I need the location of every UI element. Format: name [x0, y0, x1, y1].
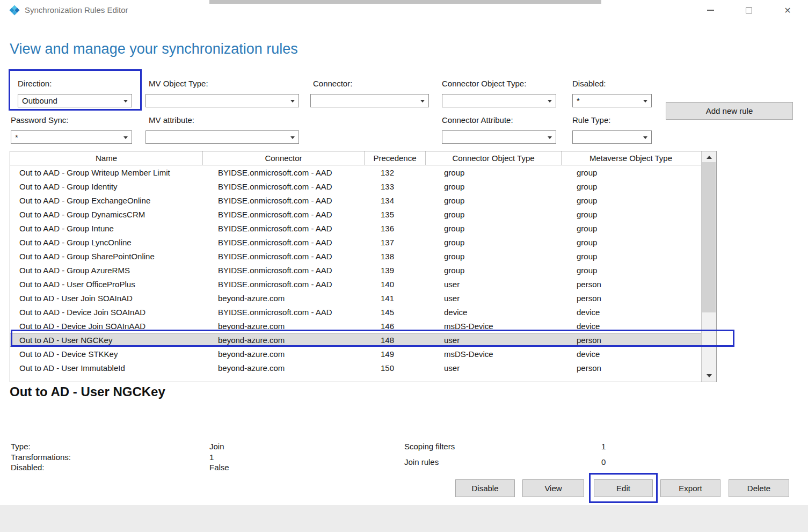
cell-metaverse-object-type: group	[562, 224, 700, 233]
add-new-rule-button[interactable]: Add new rule	[666, 102, 793, 120]
cell-precedence: 146	[365, 322, 426, 331]
password-sync-label: Password Sync:	[11, 115, 69, 125]
table-row[interactable]: Out to AAD - User OfficeProPlus BYIDSE.o…	[10, 277, 716, 291]
mv-attribute-label: MV attribute:	[149, 115, 194, 125]
scrollbar-thumb[interactable]	[702, 162, 716, 312]
cell-name: Out to AD - User Join SOAInAD	[10, 294, 203, 303]
cell-name: Out to AD - User ImmutableId	[10, 363, 203, 373]
view-button[interactable]: View	[522, 479, 584, 497]
cell-connector: BYIDSE.onmicrosoft.com - AAD	[203, 210, 365, 219]
mv-object-type-dropdown[interactable]	[145, 94, 299, 107]
rule-type-label: Rule Type:	[572, 115, 610, 125]
table-row[interactable]: Out to AAD - Group SharePointOnline BYID…	[10, 249, 716, 263]
cell-metaverse-object-type: group	[562, 182, 700, 191]
chevron-down-icon	[290, 100, 295, 103]
delete-button[interactable]: Delete	[729, 479, 789, 497]
cell-name: Out to AAD - Group LyncOnline	[10, 238, 203, 247]
cell-connector-object-type: device	[426, 308, 562, 317]
page-title: View and manage your synchronization rul…	[10, 41, 298, 57]
titlebar: Synchronization Rules Editor ✕	[0, 0, 808, 20]
cell-connector-object-type: msDS-Device	[426, 322, 562, 331]
cell-connector: BYIDSE.onmicrosoft.com - AAD	[203, 224, 365, 233]
rules-table: Name Connector Precedence Connector Obje…	[10, 151, 717, 382]
disabled-filter-value: *	[577, 96, 580, 105]
connector-attribute-dropdown[interactable]	[442, 130, 556, 144]
table-row[interactable]: Out to AAD - Group ExchangeOnline BYIDSE…	[10, 193, 716, 207]
chevron-down-icon	[123, 100, 128, 103]
cell-connector: BYIDSE.onmicrosoft.com - AAD	[203, 252, 365, 261]
rule-type-dropdown[interactable]	[572, 130, 652, 144]
chevron-down-icon	[643, 100, 647, 103]
bottom-strip	[0, 505, 808, 532]
password-sync-dropdown[interactable]: *	[11, 130, 132, 144]
disabled-filter-dropdown[interactable]: *	[572, 94, 652, 107]
cell-name: Out to AD - User NGCKey	[10, 336, 203, 345]
column-header-connector-object-type[interactable]: Connector Object Type	[426, 151, 562, 165]
table-row[interactable]: Out to AAD - Group LyncOnline BYIDSE.onm…	[10, 235, 716, 249]
connector-object-type-dropdown[interactable]	[442, 94, 556, 107]
cell-connector-object-type: group	[426, 210, 562, 219]
chevron-down-icon	[420, 100, 425, 103]
mv-attribute-dropdown[interactable]	[145, 130, 299, 144]
export-button[interactable]: Export	[660, 479, 720, 497]
cell-metaverse-object-type: device	[562, 349, 700, 359]
cell-precedence: 136	[365, 224, 426, 233]
edit-button[interactable]: Edit	[594, 479, 653, 497]
cell-precedence: 132	[365, 168, 426, 177]
cell-connector: BYIDSE.onmicrosoft.com - AAD	[203, 238, 365, 247]
column-header-connector[interactable]: Connector	[203, 151, 365, 165]
cell-name: Out to AAD - Group Intune	[10, 224, 203, 233]
close-button[interactable]: ✕	[778, 3, 797, 17]
direction-dropdown[interactable]: Outbound	[18, 94, 132, 107]
chevron-up-icon	[707, 156, 712, 159]
cell-precedence: 138	[365, 252, 426, 261]
chevron-down-icon	[123, 136, 128, 139]
cell-connector-object-type: group	[426, 168, 562, 177]
minimize-button[interactable]	[701, 3, 719, 17]
cell-precedence: 137	[365, 238, 426, 247]
cell-connector: beyond-azure.com	[203, 363, 365, 373]
table-row[interactable]: Out to AAD - Group AzureRMS BYIDSE.onmic…	[10, 263, 716, 277]
scroll-up-button[interactable]	[702, 152, 716, 162]
table-row[interactable]: Out to AD - Device STKKey beyond-azure.c…	[10, 347, 716, 361]
scoping-filters-label: Scoping filters	[404, 442, 455, 451]
cell-precedence: 134	[365, 196, 426, 205]
scroll-down-button[interactable]	[702, 371, 716, 381]
cell-name: Out to AAD - Device Join SOAInAD	[10, 308, 203, 317]
connector-dropdown[interactable]	[310, 94, 429, 107]
table-row[interactable]: Out to AAD - Group Writeup Member Limit …	[10, 165, 716, 179]
cell-metaverse-object-type: device	[562, 322, 700, 331]
table-row[interactable]: Out to AD - Device Join SOAInAAD beyond-…	[10, 319, 716, 333]
cell-connector: BYIDSE.onmicrosoft.com - AAD	[203, 196, 365, 205]
disable-button[interactable]: Disable	[455, 479, 515, 497]
table-row[interactable]: Out to AD - User Join SOAInAD beyond-azu…	[10, 291, 716, 305]
selected-rule-heading: Out to AD - User NGCKey	[10, 384, 165, 399]
table-row[interactable]: Out to AD - User ImmutableId beyond-azur…	[10, 361, 716, 375]
cell-precedence: 141	[365, 294, 426, 303]
cell-connector-object-type: user	[426, 336, 562, 345]
close-icon: ✕	[784, 5, 791, 16]
cell-metaverse-object-type: group	[562, 266, 700, 275]
cell-connector: beyond-azure.com	[203, 336, 365, 345]
connector-attribute-label: Connector Attribute:	[442, 115, 513, 125]
table-scrollbar[interactable]	[701, 151, 716, 382]
maximize-button[interactable]	[740, 3, 758, 17]
column-header-name[interactable]: Name	[10, 151, 203, 165]
scoping-filters-value: 1	[601, 442, 606, 451]
cell-connector: BYIDSE.onmicrosoft.com - AAD	[203, 266, 365, 275]
table-row[interactable]: Out to AAD - Group Identity BYIDSE.onmic…	[10, 179, 716, 193]
cell-metaverse-object-type: group	[562, 252, 700, 261]
cell-metaverse-object-type: person	[562, 294, 700, 303]
cell-connector: BYIDSE.onmicrosoft.com - AAD	[203, 308, 365, 317]
column-header-metaverse-object-type[interactable]: Metaverse Object Type	[562, 151, 700, 165]
maximize-icon	[746, 8, 752, 13]
cell-precedence: 148	[365, 336, 426, 345]
table-row[interactable]: Out to AAD - Device Join SOAInAD BYIDSE.…	[10, 305, 716, 319]
column-header-precedence[interactable]: Precedence	[365, 151, 426, 165]
cell-metaverse-object-type: group	[562, 168, 700, 177]
table-row[interactable]: Out to AAD - Group Intune BYIDSE.onmicro…	[10, 221, 716, 235]
table-row[interactable]: Out to AD - User NGCKey beyond-azure.com…	[10, 333, 716, 347]
table-row[interactable]: Out to AAD - Group DynamicsCRM BYIDSE.on…	[10, 207, 716, 221]
cell-name: Out to AAD - Group Identity	[10, 182, 203, 191]
cell-connector-object-type: group	[426, 266, 562, 275]
